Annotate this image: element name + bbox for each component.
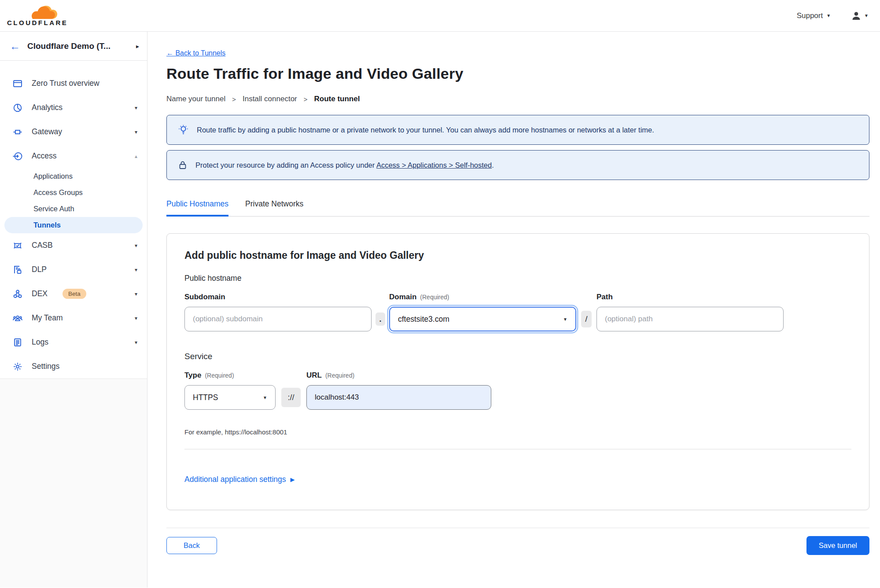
subdomain-input[interactable]: [184, 307, 372, 331]
user-menu[interactable]: ▼: [851, 11, 869, 21]
sidebar-item-label: DEX: [32, 289, 48, 298]
save-tunnel-button[interactable]: Save tunnel: [806, 536, 869, 555]
window-icon: [12, 78, 23, 89]
support-menu[interactable]: Support ▼: [797, 11, 831, 20]
step-route-tunnel: Route tunnel: [314, 95, 360, 103]
domain-label: Domain(Required): [389, 293, 576, 301]
sidebar-item-service-auth[interactable]: Service Auth: [0, 201, 147, 217]
sidebar-filler: [0, 379, 147, 588]
sidebar-item-label: DLP: [32, 265, 47, 274]
hostname-fields-row: Subdomain . Domain(Required) cftestsite3…: [184, 293, 851, 331]
access-policy-prefix: Protect your resource by adding an Acces…: [195, 161, 376, 169]
sidebar-item-applications[interactable]: Applications: [0, 168, 147, 184]
domain-select-value: cftestsite3.com: [398, 315, 449, 324]
additional-settings-label: Additional application settings: [184, 475, 286, 484]
card-divider: [184, 449, 851, 449]
dex-icon: [12, 289, 23, 299]
expand-right-icon[interactable]: ▸: [136, 43, 139, 50]
subdomain-label: Subdomain: [184, 293, 372, 301]
sidebar-item-logs[interactable]: Logs ▾: [0, 330, 147, 354]
sidebar-item-gateway[interactable]: Gateway ▾: [0, 120, 147, 144]
sub-item-label: Service Auth: [33, 205, 74, 213]
sidebar-item-tunnels[interactable]: Tunnels: [4, 217, 143, 233]
back-button[interactable]: Back: [166, 537, 217, 554]
tip-banner-text: Route traffic by adding a public hostnam…: [197, 126, 654, 134]
sidebar-item-label: Analytics: [32, 103, 63, 112]
logo-wordmark: CLOUDFLARE: [7, 19, 68, 26]
sidebar-item-label: Access: [32, 151, 56, 161]
main-content: ← Back to Tunnels Route Traffic for Imag…: [147, 32, 880, 588]
service-type-select[interactable]: HTTPS ▼: [184, 385, 276, 410]
gateway-icon: [12, 127, 23, 137]
back-arrow-icon[interactable]: ←: [10, 41, 20, 51]
top-bar: CLOUDFLARE Support ▼ ▼: [0, 0, 880, 32]
sub-item-label: Applications: [33, 172, 73, 180]
sidebar-item-label: Zero Trust overview: [32, 79, 99, 88]
path-input[interactable]: [596, 307, 784, 331]
chevron-down-icon: ▾: [135, 243, 137, 249]
required-note: (Required): [205, 372, 234, 379]
sidebar: ← Cloudflare Demo (T... ▸ Zero Trust ove…: [0, 32, 147, 588]
account-header: ← Cloudflare Demo (T... ▸: [0, 32, 147, 61]
casb-icon: [12, 240, 23, 251]
sidebar-item-my-team[interactable]: My Team ▾: [0, 306, 147, 330]
chevron-down-icon: ▼: [826, 13, 831, 18]
sidebar-item-dlp[interactable]: DLP ▾: [0, 257, 147, 282]
chevron-down-icon: ▾: [135, 339, 137, 345]
sidebar-item-label: CASB: [32, 241, 53, 250]
chevron-down-icon: ▾: [135, 315, 137, 321]
logs-icon: [12, 337, 23, 348]
step-install-connector[interactable]: Install connector: [243, 95, 297, 103]
sidebar-item-label: My Team: [32, 313, 63, 323]
access-icon: [12, 151, 23, 162]
tab-public-hostnames[interactable]: Public Hostnames: [166, 199, 228, 217]
access-applications-self-hosted-link[interactable]: Access > Applications > Self-hosted: [376, 161, 492, 169]
analytics-icon: [12, 103, 23, 113]
public-hostname-label: Public hostname: [184, 274, 851, 283]
chevron-up-icon: ▴: [135, 153, 137, 159]
wizard-steps: Name your tunnel > Install connector > R…: [166, 95, 869, 103]
lightbulb-icon: [177, 124, 189, 136]
access-policy-suffix: .: [492, 161, 494, 169]
service-type-value: HTTPS: [193, 393, 218, 402]
step-separator: >: [304, 96, 308, 103]
chevron-right-icon: ▶: [291, 476, 295, 483]
sidebar-item-settings[interactable]: Settings: [0, 354, 147, 379]
sidebar-item-access[interactable]: Access ▴: [0, 144, 147, 168]
footer-actions: Back Save tunnel: [166, 536, 869, 555]
service-label: Service: [184, 352, 851, 361]
footer-divider: [166, 528, 869, 528]
back-to-tunnels-link[interactable]: ← Back to Tunnels: [166, 49, 225, 57]
sidebar-nav: Zero Trust overview Analytics ▾ Gateway: [0, 61, 147, 379]
cloudflare-cloud-icon: [30, 5, 60, 20]
scheme-separator: ://: [281, 388, 301, 407]
gear-icon: [12, 361, 23, 372]
url-label: URL(Required): [306, 371, 491, 380]
service-url-input[interactable]: [306, 385, 491, 410]
slash-separator: /: [581, 311, 592, 327]
chevron-down-icon: ▾: [135, 267, 137, 273]
sidebar-item-access-groups[interactable]: Access Groups: [0, 184, 147, 201]
tab-private-networks[interactable]: Private Networks: [245, 199, 303, 216]
domain-label-text: Domain: [389, 293, 416, 301]
step-name-your-tunnel[interactable]: Name your tunnel: [166, 95, 225, 103]
additional-application-settings-toggle[interactable]: Additional application settings ▶: [184, 475, 295, 484]
domain-select[interactable]: cftestsite3.com ▼: [389, 307, 576, 331]
sidebar-item-casb[interactable]: CASB ▾: [0, 233, 147, 257]
sidebar-item-dex[interactable]: DEX Beta ▾: [0, 282, 147, 306]
user-avatar-icon: [851, 11, 862, 21]
beta-badge: Beta: [63, 289, 86, 299]
sidebar-item-analytics[interactable]: Analytics ▾: [0, 96, 147, 120]
hostname-tabs: Public Hostnames Private Networks: [166, 199, 869, 217]
sub-item-label: Tunnels: [33, 221, 61, 229]
support-label: Support: [797, 11, 823, 20]
dot-separator: .: [376, 312, 385, 326]
dlp-icon: [12, 265, 23, 275]
chevron-down-icon: ▼: [563, 317, 567, 322]
chevron-down-icon: ▾: [135, 129, 137, 135]
public-hostname-card: Add public hostname for Image and Video …: [166, 233, 869, 510]
chevron-down-icon: ▾: [135, 105, 137, 111]
path-label: Path: [596, 293, 784, 301]
sidebar-item-zero-trust-overview[interactable]: Zero Trust overview: [0, 71, 147, 96]
chevron-down-icon: ▼: [864, 13, 869, 18]
